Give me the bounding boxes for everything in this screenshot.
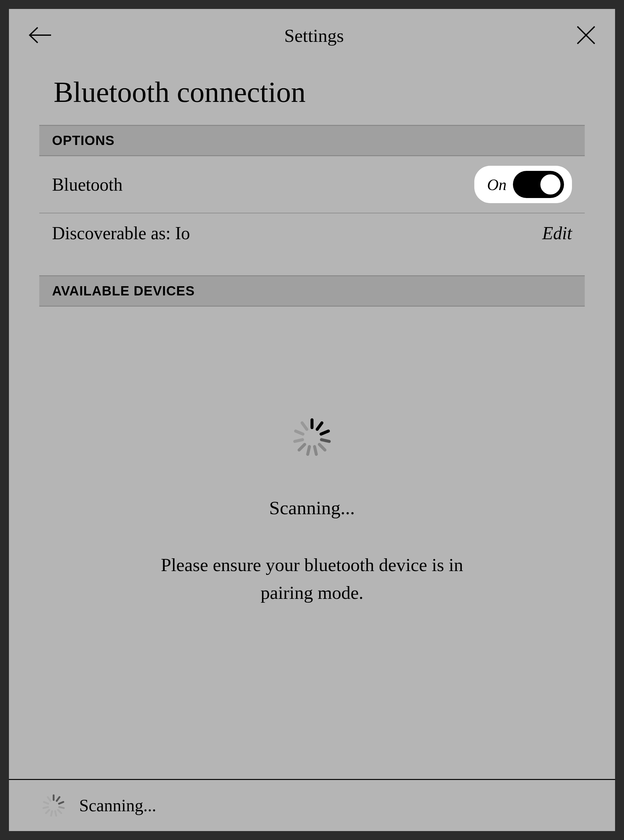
svg-line-11 — [295, 439, 303, 441]
devices-section-header: AVAILABLE DEVICES — [39, 275, 585, 306]
page-title: Bluetooth connection — [9, 59, 615, 125]
svg-line-18 — [58, 810, 61, 813]
options-section-header: OPTIONS — [39, 125, 585, 156]
toggle-switch — [513, 171, 564, 198]
discoverable-row: Discoverable as: Io Edit — [39, 213, 585, 263]
svg-line-4 — [317, 422, 322, 429]
svg-line-24 — [48, 797, 51, 801]
close-button[interactable] — [576, 25, 596, 46]
svg-line-5 — [321, 431, 329, 434]
footer-bar: Scanning... — [9, 779, 615, 831]
back-arrow-icon — [28, 26, 52, 45]
scanning-area: Scanning... Please ensure your bluetooth… — [39, 306, 585, 779]
bluetooth-toggle-state: On — [487, 175, 507, 194]
svg-line-21 — [46, 810, 49, 813]
svg-line-10 — [299, 444, 305, 450]
app-container: Settings Bluetooth connection OPTIONS Bl… — [9, 9, 615, 831]
footer-spinner-icon — [41, 793, 66, 818]
scanning-instruction-text: Please ensure your bluetooth device is i… — [137, 551, 488, 606]
bluetooth-toggle[interactable]: On — [474, 166, 572, 203]
svg-line-12 — [295, 431, 303, 434]
app-frame: Settings Bluetooth connection OPTIONS Bl… — [0, 0, 624, 840]
svg-line-8 — [315, 447, 316, 454]
svg-line-23 — [44, 802, 48, 804]
footer-status-text: Scanning... — [79, 796, 156, 815]
toggle-thumb — [539, 172, 562, 196]
svg-line-19 — [55, 811, 56, 816]
svg-line-20 — [51, 811, 52, 816]
edit-button[interactable]: Edit — [542, 223, 572, 243]
svg-line-7 — [319, 444, 325, 450]
loading-spinner-icon — [290, 416, 334, 459]
svg-line-22 — [43, 807, 48, 808]
scanning-status-text: Scanning... — [269, 497, 355, 519]
spacer — [39, 263, 585, 275]
svg-line-13 — [302, 422, 307, 429]
svg-line-6 — [321, 439, 329, 441]
close-icon — [576, 25, 596, 45]
svg-line-15 — [57, 797, 60, 801]
discoverable-label: Discoverable as: Io — [52, 223, 190, 243]
content-area: OPTIONS Bluetooth On Discoverable as: Io… — [9, 125, 615, 779]
header-bar: Settings — [9, 9, 615, 59]
back-button[interactable] — [28, 26, 52, 46]
svg-line-16 — [59, 802, 63, 804]
svg-line-9 — [308, 447, 309, 454]
svg-line-17 — [59, 807, 64, 808]
bluetooth-toggle-row: Bluetooth On — [39, 156, 585, 213]
bluetooth-label: Bluetooth — [52, 175, 122, 195]
header-title: Settings — [284, 25, 344, 46]
